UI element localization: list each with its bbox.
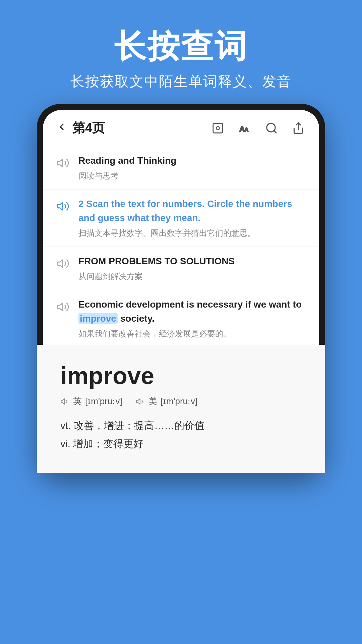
pron-uk[interactable]: 英 [ɪm'pruːv]: [60, 395, 122, 407]
svg-text:A: A: [245, 126, 248, 132]
speaker-icon[interactable]: [55, 299, 71, 315]
sub-title: 长按获取文中陌生单词释义、发音: [0, 72, 362, 91]
pron-us-text: [ɪm'pruːv]: [161, 396, 198, 407]
pron-uk-text: [ɪm'pruːv]: [85, 396, 122, 407]
header-icons: A A: [210, 121, 306, 136]
list-item: Economic development is necessary if we …: [43, 290, 319, 347]
item-content: Reading and Thinking 阅读与思考: [78, 154, 307, 182]
item-chinese: 阅读与思考: [78, 170, 307, 182]
dict-pronunciation: 英 [ɪm'pruːv] 美 [ɪm'pruːv]: [60, 395, 302, 407]
svg-marker-15: [136, 398, 140, 404]
phone-screen: 第4页 A A: [43, 110, 319, 467]
search-icon[interactable]: [264, 121, 279, 136]
svg-marker-8: [58, 203, 62, 210]
item-content: Economic development is necessary if we …: [78, 298, 307, 340]
svg-marker-7: [58, 159, 62, 167]
speaker-icon-uk: [60, 397, 70, 406]
page-title: 第4页: [72, 119, 210, 137]
item-chinese: 从问题到解决方案: [78, 270, 307, 282]
speaker-icon[interactable]: [55, 155, 71, 171]
back-button[interactable]: [56, 121, 67, 135]
svg-text:A: A: [239, 124, 245, 133]
item-english-blue: 2 Scan the text for numbers. Circle the …: [78, 197, 307, 225]
svg-marker-10: [58, 303, 62, 311]
list-item: FROM PROBLEMS TO SOLUTIONS 从问题到解决方案: [43, 247, 319, 290]
item-english: FROM PROBLEMS TO SOLUTIONS: [78, 254, 307, 268]
item-content: 2 Scan the text for numbers. Circle the …: [78, 197, 307, 239]
speaker-icon-active[interactable]: [55, 198, 71, 214]
dict-definitions: vt. 改善，增进；提高……的价值 vi. 增加；变得更好: [60, 417, 302, 453]
settings-icon[interactable]: [210, 121, 225, 136]
list-item: Reading and Thinking 阅读与思考: [43, 146, 319, 190]
speaker-icon[interactable]: [55, 256, 71, 272]
dict-word: improve: [60, 362, 302, 389]
phone-header: 第4页 A A: [43, 110, 319, 146]
item-chinese: 扫描文本寻找数字。圈出数字并猜出它们的意思。: [78, 227, 307, 239]
phone-container: 第4页 A A: [37, 104, 325, 473]
highlighted-word[interactable]: improve: [78, 313, 118, 324]
svg-marker-9: [58, 260, 62, 267]
pron-uk-label: 英: [73, 395, 82, 407]
item-english: Reading and Thinking: [78, 154, 307, 168]
main-title: 长按查词: [0, 27, 362, 65]
top-section: 长按查词 长按获取文中陌生单词释义、发音: [0, 0, 362, 104]
font-size-icon[interactable]: A A: [237, 121, 252, 136]
svg-rect-0: [213, 123, 223, 133]
pron-us-label: 美: [148, 395, 157, 407]
svg-point-1: [216, 126, 220, 130]
speaker-icon-us: [136, 397, 145, 406]
dictionary-panel: improve 英 [ɪm'pruːv]: [43, 345, 319, 467]
svg-marker-14: [61, 398, 65, 404]
item-chinese: 如果我们要改善社会，经济发展是必要的。: [78, 328, 307, 340]
dict-def-1: vt. 改善，增进；提高……的价值: [60, 417, 302, 435]
svg-line-5: [274, 130, 276, 133]
phone-frame: 第4页 A A: [37, 104, 325, 473]
item-english-highlight: Economic development is necessary if we …: [78, 298, 307, 326]
item-content: FROM PROBLEMS TO SOLUTIONS 从问题到解决方案: [78, 254, 307, 282]
list-item: 2 Scan the text for numbers. Circle the …: [43, 190, 319, 247]
dict-def-2: vi. 增加；变得更好: [60, 435, 302, 453]
share-icon[interactable]: [291, 121, 306, 136]
pron-us[interactable]: 美 [ɪm'pruːv]: [136, 395, 198, 407]
